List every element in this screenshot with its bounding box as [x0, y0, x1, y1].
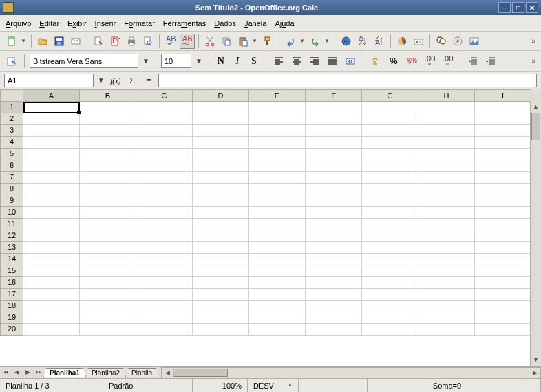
cell-E12[interactable] — [249, 230, 306, 242]
row-header-16[interactable]: 16 — [0, 277, 23, 289]
minimize-button[interactable]: ─ — [498, 2, 511, 13]
cell-B8[interactable] — [80, 184, 136, 195]
cell-H1[interactable] — [418, 102, 475, 113]
column-header-G[interactable]: G — [362, 89, 418, 102]
maximize-button[interactable]: □ — [512, 2, 524, 13]
row-header-4[interactable]: 4 — [0, 137, 23, 149]
merge-cells-button[interactable] — [343, 54, 358, 69]
vertical-scrollbar[interactable]: ▲ ▼ — [530, 102, 541, 366]
row-header-10[interactable]: 10 — [0, 207, 23, 219]
menu-exibir[interactable]: Exibir — [67, 19, 87, 28]
menu-inserir[interactable]: Inserir — [95, 19, 116, 28]
cell-A12[interactable] — [23, 230, 80, 242]
standard-format-button[interactable]: $% — [404, 54, 419, 69]
cell-B6[interactable] — [80, 160, 136, 172]
cell-I20[interactable] — [475, 324, 531, 336]
cell-G14[interactable] — [362, 254, 418, 265]
open-button[interactable] — [35, 34, 50, 49]
cell-D1[interactable] — [193, 102, 249, 113]
cell-A4[interactable] — [23, 137, 80, 149]
cell-D20[interactable] — [193, 324, 249, 336]
cell-H9[interactable] — [418, 195, 475, 207]
tab-first-button[interactable]: ⏮ — [0, 367, 11, 378]
new-dropdown[interactable]: ▼ — [21, 38, 28, 44]
cell-D13[interactable] — [193, 242, 249, 254]
toolbar-overflow[interactable]: » — [530, 37, 537, 45]
menu-janela[interactable]: Janela — [244, 19, 266, 28]
redo-dropdown[interactable]: ▼ — [324, 38, 331, 44]
cell-D17[interactable] — [193, 289, 249, 301]
cell-D4[interactable] — [193, 137, 249, 149]
row-header-11[interactable]: 11 — [0, 219, 23, 230]
menu-dados[interactable]: Dados — [214, 19, 236, 28]
cell-D7[interactable] — [193, 172, 249, 184]
cell-C1[interactable] — [136, 102, 193, 113]
cell-F15[interactable] — [306, 265, 362, 277]
cell-I6[interactable] — [475, 160, 531, 172]
cell-F5[interactable] — [306, 149, 362, 160]
status-sum[interactable]: Soma=0 — [368, 379, 527, 392]
increase-indent-button[interactable] — [483, 54, 498, 69]
cell-B1[interactable] — [80, 102, 136, 113]
cell-F14[interactable] — [306, 254, 362, 265]
redo-button[interactable] — [308, 34, 323, 49]
column-header-F[interactable]: F — [306, 89, 362, 102]
cell-G8[interactable] — [362, 184, 418, 195]
vscroll-thumb[interactable] — [531, 113, 540, 140]
cell-C18[interactable] — [136, 301, 193, 312]
cell-B10[interactable] — [80, 207, 136, 219]
align-center-button[interactable] — [289, 54, 304, 69]
cell-E14[interactable] — [249, 254, 306, 265]
close-button[interactable]: ✕ — [526, 2, 538, 13]
cell-C9[interactable] — [136, 195, 193, 207]
cell-E1[interactable] — [249, 102, 306, 113]
cell-E19[interactable] — [249, 312, 306, 324]
cell-H6[interactable] — [418, 160, 475, 172]
cell-G10[interactable] — [362, 207, 418, 219]
font-name-dropdown[interactable]: ▼ — [141, 57, 151, 65]
cell-F6[interactable] — [306, 160, 362, 172]
hscroll-thumb[interactable] — [173, 369, 228, 377]
cell-A20[interactable] — [23, 324, 80, 336]
cell-F13[interactable] — [306, 242, 362, 254]
column-header-I[interactable]: I — [475, 89, 531, 102]
cell-A10[interactable] — [23, 207, 80, 219]
cell-A3[interactable] — [23, 125, 80, 137]
cell-E9[interactable] — [249, 195, 306, 207]
cell-H16[interactable] — [418, 277, 475, 289]
row-header-14[interactable]: 14 — [0, 254, 23, 265]
cell-G13[interactable] — [362, 242, 418, 254]
cell-A19[interactable] — [23, 312, 80, 324]
cell-B17[interactable] — [80, 289, 136, 301]
scroll-down-icon[interactable]: ▼ — [531, 355, 541, 366]
cell-G1[interactable] — [362, 102, 418, 113]
paste-dropdown[interactable]: ▼ — [252, 38, 259, 44]
add-decimal-button[interactable]: .000 — [422, 54, 437, 69]
cell-F19[interactable] — [306, 312, 362, 324]
cell-C15[interactable] — [136, 265, 193, 277]
font-size-dropdown[interactable]: ▼ — [194, 57, 204, 65]
cell-E20[interactable] — [249, 324, 306, 336]
find-button[interactable] — [434, 34, 449, 49]
function-wizard-button[interactable]: f(x) — [109, 74, 123, 87]
menu-formatar[interactable]: Formatar — [124, 19, 155, 28]
sheet-tab-3[interactable]: Planilh — [125, 368, 158, 378]
formula-input[interactable] — [158, 74, 537, 87]
cell-A14[interactable] — [23, 254, 80, 265]
cell-A7[interactable] — [23, 172, 80, 184]
cell-C16[interactable] — [136, 277, 193, 289]
cell-E2[interactable] — [249, 113, 306, 125]
sort-asc-button[interactable]: AZ — [355, 34, 370, 49]
show-draw-button[interactable] — [411, 34, 426, 49]
scroll-right-icon[interactable]: ▶ — [529, 368, 540, 379]
select-all-corner[interactable] — [0, 89, 23, 102]
cell-E15[interactable] — [249, 265, 306, 277]
styles-button[interactable] — [4, 54, 19, 69]
cell-I3[interactable] — [475, 125, 531, 137]
cell-C13[interactable] — [136, 242, 193, 254]
spellcheck-button[interactable]: ABC — [163, 34, 178, 49]
cell-F8[interactable] — [306, 184, 362, 195]
autospell-button[interactable]: ABC — [180, 34, 195, 49]
bold-button[interactable]: N — [214, 54, 228, 68]
cell-D14[interactable] — [193, 254, 249, 265]
